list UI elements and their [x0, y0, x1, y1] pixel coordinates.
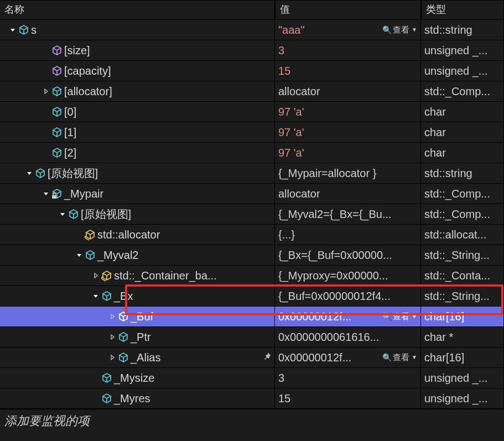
variable-icon: [117, 351, 129, 364]
value-text: {_Myproxy=0x00000...: [278, 269, 388, 282]
name-cell[interactable]: _Mypair: [0, 184, 275, 204]
value-visualizer-button[interactable]: 🔍查看▼: [382, 22, 417, 38]
add-watch-item[interactable]: 添加要监视的项: [0, 409, 504, 433]
value-text: {_Buf=0x00000012f4...: [278, 290, 391, 302]
value-cell[interactable]: 3: [275, 368, 421, 388]
type-cell: char *: [421, 327, 504, 347]
variable-name: [allocator]: [64, 84, 112, 99]
value-cell[interactable]: 15: [275, 388, 421, 409]
type-cell: char: [421, 102, 504, 122]
type-cell: char[16]: [421, 347, 504, 368]
expander-icon[interactable]: [9, 27, 17, 33]
name-cell[interactable]: _Ptr: [0, 327, 275, 347]
magnifier-icon: 🔍: [382, 350, 392, 365]
variable-icon: [51, 147, 63, 159]
value-cell[interactable]: 97 'a': [275, 102, 421, 122]
variable-name: [size]: [64, 43, 90, 58]
name-cell[interactable]: _Bx: [0, 286, 275, 307]
variable-icon: [51, 106, 63, 118]
watch-table: 名称 值 类型 s"aaa"🔍查看▼std::string[size]3unsi…: [0, 0, 504, 433]
magnifier-icon: 🔍: [382, 22, 392, 38]
value-text: {_Myval2={_Bx={_Bu...: [278, 208, 392, 220]
value-cell[interactable]: {...}: [275, 225, 421, 245]
col-header-type[interactable]: 类型: [421, 0, 504, 20]
name-cell[interactable]: [size]: [0, 40, 275, 61]
type-text: char: [424, 106, 446, 118]
name-cell[interactable]: _Alias: [0, 347, 275, 368]
chevron-down-icon: ▼: [412, 309, 417, 324]
value-cell[interactable]: {_Myproxy=0x00000...: [275, 266, 421, 286]
name-cell[interactable]: std::allocator: [0, 225, 275, 245]
expander-icon[interactable]: [108, 334, 116, 340]
type-cell: std::string: [421, 163, 504, 184]
value-text: "aaa": [278, 24, 305, 36]
variable-name: [2]: [64, 145, 76, 160]
viewer-label: 查看: [393, 22, 409, 38]
name-cell[interactable]: [0]: [0, 102, 275, 122]
expander-icon[interactable]: [108, 314, 116, 319]
type-text: std::string: [424, 24, 472, 36]
value-visualizer-button[interactable]: 🔍查看▼: [382, 309, 417, 324]
type-text: std::_Conta...: [424, 269, 490, 282]
expander-icon[interactable]: [108, 355, 116, 360]
type-text: std::_String...: [424, 249, 490, 261]
value-cell[interactable]: 15: [275, 61, 421, 81]
type-cell: std::_String...: [421, 286, 504, 307]
type-cell: std::_Conta...: [421, 266, 504, 286]
type-text: unsigned _...: [424, 392, 488, 404]
variable-icon: [51, 65, 63, 77]
name-cell[interactable]: [capacity]: [0, 61, 275, 81]
expander-icon[interactable]: [25, 170, 33, 176]
value-cell[interactable]: 0x00000012f...🔍查看▼: [275, 307, 421, 327]
value-cell[interactable]: 0x0000000061616...: [275, 327, 421, 347]
value-cell[interactable]: {_Mypair=allocator }: [275, 163, 421, 184]
variable-icon: [84, 229, 96, 241]
value-text: {_Mypair=allocator }: [278, 167, 376, 179]
variable-name: std::allocator: [97, 227, 160, 242]
expander-icon[interactable]: [42, 89, 50, 94]
value-cell[interactable]: {_Myval2={_Bx={_Bu...: [275, 204, 421, 225]
value-cell[interactable]: {_Bx={_Buf=0x00000...: [275, 245, 421, 266]
variable-name: _Myres: [114, 391, 150, 406]
value-cell[interactable]: allocator: [275, 184, 421, 204]
value-text: 15: [278, 392, 290, 404]
value-cell[interactable]: 97 'a': [275, 143, 421, 163]
value-cell[interactable]: 3: [275, 40, 421, 61]
expander-icon[interactable]: [92, 273, 100, 278]
name-cell[interactable]: [原始视图]: [0, 204, 275, 225]
variable-name: _Ptr: [131, 329, 151, 345]
name-cell[interactable]: [1]: [0, 122, 275, 143]
name-cell[interactable]: _Myval2: [0, 245, 275, 266]
name-cell[interactable]: std::_Container_ba...: [0, 266, 275, 286]
expander-icon[interactable]: [92, 293, 100, 299]
value-text: 3: [278, 372, 284, 384]
name-cell[interactable]: _Myres: [0, 388, 275, 409]
variable-name: s: [31, 22, 37, 38]
variable-icon: [51, 126, 63, 138]
name-cell[interactable]: [allocator]: [0, 81, 275, 102]
name-cell[interactable]: _Mysize: [0, 368, 275, 388]
variable-icon: [101, 392, 113, 404]
value-text: 3: [278, 44, 284, 56]
variable-name: _Buf: [131, 309, 153, 324]
expander-icon[interactable]: [42, 191, 50, 196]
value-cell[interactable]: {_Buf=0x00000012f4...: [275, 286, 421, 307]
value-text: 0x00000012f...: [278, 310, 351, 323]
variable-icon: [51, 188, 63, 200]
type-cell: std::_Comp...: [421, 81, 504, 102]
name-cell[interactable]: [2]: [0, 143, 275, 163]
name-cell[interactable]: _Buf: [0, 307, 275, 327]
value-cell[interactable]: "aaa"🔍查看▼: [275, 20, 421, 40]
variable-icon: [51, 85, 63, 97]
name-cell[interactable]: s: [0, 20, 275, 40]
value-visualizer-button[interactable]: 🔍查看▼: [382, 350, 417, 365]
col-header-name[interactable]: 名称: [0, 0, 275, 20]
name-cell[interactable]: [原始视图]: [0, 163, 275, 184]
value-cell[interactable]: 0x00000012f...🔍查看▼: [275, 347, 421, 368]
value-cell[interactable]: allocator: [275, 81, 421, 102]
pin-icon[interactable]: [263, 352, 271, 360]
expander-icon[interactable]: [75, 252, 83, 258]
value-cell[interactable]: 97 'a': [275, 122, 421, 143]
col-header-value[interactable]: 值: [275, 0, 421, 20]
expander-icon[interactable]: [59, 211, 66, 217]
